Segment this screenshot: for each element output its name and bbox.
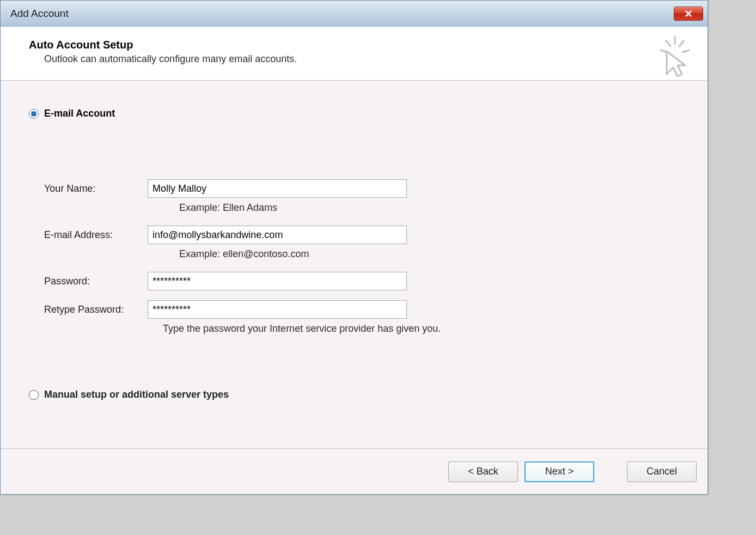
window-title: Add Account bbox=[10, 8, 69, 20]
add-account-window: Add Account Auto Account Setup Outlook c… bbox=[0, 0, 708, 495]
radio-manual-setup-label: Manual setup or additional server types bbox=[44, 389, 229, 400]
row-name: Your Name: bbox=[44, 179, 679, 198]
cancel-button[interactable]: Cancel bbox=[627, 461, 697, 482]
email-hint: Example: ellen@contoso.com bbox=[179, 248, 679, 260]
radio-email-account[interactable] bbox=[29, 109, 39, 119]
close-icon bbox=[684, 9, 693, 18]
radio-email-account-row: E-mail Account bbox=[29, 108, 679, 119]
radio-manual-setup[interactable] bbox=[29, 390, 39, 400]
row-password: Password: bbox=[44, 272, 679, 290]
svg-line-6 bbox=[682, 50, 690, 52]
name-hint: Example: Ellen Adams bbox=[179, 202, 679, 214]
name-label: Your Name: bbox=[44, 183, 148, 194]
form-area: Your Name: Example: Ellen Adams E-mail A… bbox=[29, 130, 679, 335]
name-input[interactable] bbox=[148, 179, 407, 198]
header-subtitle: Outlook can automatically configure many… bbox=[44, 53, 691, 65]
svg-line-4 bbox=[679, 40, 684, 47]
row-retype-password: Retype Password: bbox=[44, 300, 679, 319]
content-panel: E-mail Account Your Name: Example: Ellen… bbox=[1, 81, 708, 422]
password-label: Password: bbox=[44, 276, 148, 287]
footer-panel: < Back Next > Cancel bbox=[1, 448, 708, 494]
back-button[interactable]: < Back bbox=[448, 461, 518, 482]
next-button[interactable]: Next > bbox=[525, 461, 594, 482]
header-panel: Auto Account Setup Outlook can automatic… bbox=[1, 27, 708, 81]
password-input[interactable] bbox=[148, 272, 407, 290]
password-hint: Type the password your Internet service … bbox=[163, 323, 679, 335]
retype-password-input[interactable] bbox=[148, 300, 407, 319]
radio-manual-setup-row: Manual setup or additional server types bbox=[29, 389, 679, 400]
email-label: E-mail Address: bbox=[44, 229, 148, 241]
cursor-click-icon bbox=[650, 35, 694, 78]
header-title: Auto Account Setup bbox=[29, 39, 691, 51]
email-input[interactable] bbox=[148, 226, 407, 244]
close-button[interactable] bbox=[674, 7, 703, 21]
row-email: E-mail Address: bbox=[44, 226, 679, 244]
titlebar: Add Account bbox=[1, 1, 708, 27]
radio-email-account-label: E-mail Account bbox=[44, 108, 115, 119]
retype-password-label: Retype Password: bbox=[44, 304, 148, 315]
svg-line-3 bbox=[666, 40, 671, 47]
